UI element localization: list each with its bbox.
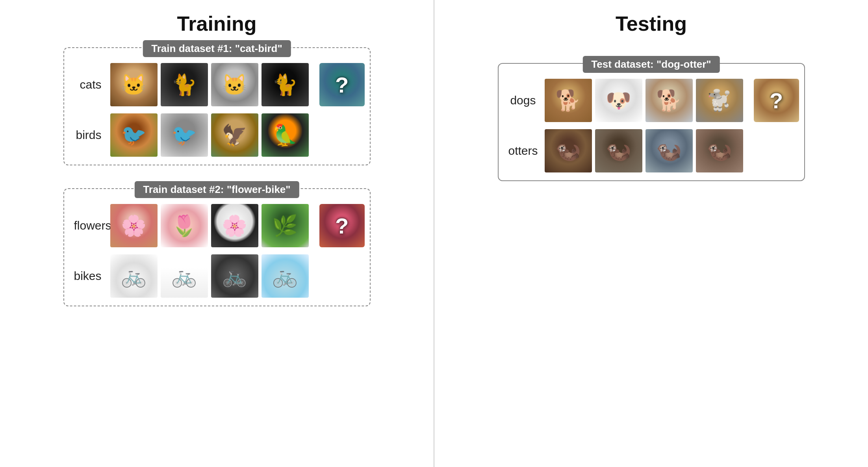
- bikes-images: 🚲 🚲 🚲 🚲: [110, 254, 309, 298]
- otter-silhouette-3: 🦦: [656, 139, 682, 163]
- birds-images: 🐦 🐦 🦅 🦜: [110, 113, 309, 157]
- bird-silhouette-2: 🐦: [171, 123, 197, 147]
- cats-query-image: ?: [319, 63, 365, 106]
- bike-image-1: 🚲: [110, 254, 158, 298]
- otter-image-1: 🦦: [545, 129, 592, 172]
- cat-image-4: 🐈: [262, 63, 309, 106]
- dog-image-2: 🐶: [595, 79, 642, 122]
- cats-query: ?: [319, 63, 365, 106]
- cat-silhouette-4: 🐈: [272, 73, 298, 97]
- bike-silhouette-1: 🚲: [121, 264, 147, 288]
- cat-silhouette-3: 🐱: [222, 73, 247, 97]
- cats-label: cats: [74, 78, 106, 91]
- otter-silhouette-1: 🦦: [555, 139, 581, 163]
- otters-row: otters 🦦 🦦 🦦 🦦: [508, 129, 794, 172]
- cat-silhouette-1: 🐱: [121, 73, 147, 97]
- otters-label: otters: [508, 144, 540, 158]
- dogs-query-mark: ?: [754, 79, 799, 122]
- dogs-row: dogs 🐕 🐶 🐕 🐩: [508, 79, 794, 122]
- dogs-query: ?: [754, 79, 799, 122]
- flowers-row: flowers 🌸 🌷 🌸 🌿: [74, 204, 360, 247]
- train-dataset-2: Train dataset #2: "flower-bike" flowers …: [63, 188, 371, 306]
- bike-silhouette-2: 🚲: [171, 264, 197, 288]
- dog-image-1: 🐕: [545, 79, 592, 122]
- flower-image-4: 🌿: [262, 204, 309, 247]
- cat-image-1: 🐱: [110, 63, 158, 106]
- train-dataset-2-label: Train dataset #2: "flower-bike": [134, 181, 299, 198]
- dogs-images: 🐕 🐶 🐕 🐩: [545, 79, 743, 122]
- testing-panel: Testing Test dataset: "dog-otter" dogs 🐕…: [434, 0, 868, 467]
- dogs-label: dogs: [508, 94, 540, 107]
- main-container: Training Train dataset #1: "cat-bird" ca…: [0, 0, 868, 467]
- flower-image-1: 🌸: [110, 204, 158, 247]
- training-panel: Training Train dataset #1: "cat-bird" ca…: [0, 0, 434, 467]
- bird-silhouette-3: 🦅: [222, 123, 247, 147]
- flower-image-3: 🌸: [211, 204, 258, 247]
- bird-silhouette-4: 🦜: [272, 123, 298, 147]
- birds-row: birds 🐦 🐦 🦅 🦜: [74, 113, 360, 157]
- bike-image-3: 🚲: [211, 254, 258, 298]
- training-datasets: Train dataset #1: "cat-bird" cats 🐱 🐈 🐱: [16, 47, 418, 318]
- otter-image-3: 🦦: [645, 129, 693, 172]
- flowers-label: flowers: [74, 219, 106, 232]
- flower-silhouette-1: 🌸: [121, 214, 147, 238]
- dog-silhouette-1: 🐕: [555, 89, 581, 113]
- dog-silhouette-4: 🐩: [707, 89, 732, 113]
- cats-query-mark: ?: [319, 63, 365, 106]
- test-dataset: Test dataset: "dog-otter" dogs 🐕 🐶 🐕: [498, 63, 805, 181]
- flowers-query-mark: ?: [319, 204, 365, 247]
- cats-images: 🐱 🐈 🐱 🐈: [110, 63, 309, 106]
- bird-image-2: 🐦: [161, 113, 208, 157]
- otter-image-2: 🦦: [595, 129, 642, 172]
- testing-title: Testing: [616, 12, 687, 35]
- dogs-query-image: ?: [754, 79, 799, 122]
- bike-image-2: 🚲: [161, 254, 208, 298]
- flowers-images: 🌸 🌷 🌸 🌿: [110, 204, 309, 247]
- otters-images: 🦦 🦦 🦦 🦦: [545, 129, 743, 172]
- test-dataset-label: Test dataset: "dog-otter": [582, 56, 720, 73]
- otter-silhouette-2: 🦦: [606, 139, 631, 163]
- testing-content: Test dataset: "dog-otter" dogs 🐕 🐶 🐕: [450, 51, 852, 181]
- flowers-query-image: ?: [319, 204, 365, 247]
- dog-silhouette-2: 🐶: [606, 89, 631, 113]
- dog-silhouette-3: 🐕: [656, 89, 682, 113]
- birds-label: birds: [74, 128, 106, 142]
- bike-image-4: 🚲: [262, 254, 309, 298]
- flower-silhouette-3: 🌸: [222, 214, 247, 238]
- bikes-label: bikes: [74, 269, 106, 283]
- flower-image-2: 🌷: [161, 204, 208, 247]
- bird-image-3: 🦅: [211, 113, 258, 157]
- training-title: Training: [177, 12, 256, 35]
- otter-image-4: 🦦: [696, 129, 743, 172]
- bird-silhouette-1: 🐦: [121, 123, 147, 147]
- train-dataset-1-label: Train dataset #1: "cat-bird": [143, 40, 291, 57]
- dog-image-4: 🐩: [696, 79, 743, 122]
- train-dataset-1: Train dataset #1: "cat-bird" cats 🐱 🐈 🐱: [63, 47, 371, 165]
- bird-image-4: 🦜: [262, 113, 309, 157]
- flowers-query: ?: [319, 204, 365, 247]
- flower-silhouette-2: 🌷: [171, 214, 197, 238]
- otter-silhouette-4: 🦦: [707, 139, 732, 163]
- cat-image-2: 🐈: [161, 63, 208, 106]
- bird-image-1: 🐦: [110, 113, 158, 157]
- cats-row: cats 🐱 🐈 🐱 🐈: [74, 63, 360, 106]
- dog-image-3: 🐕: [645, 79, 693, 122]
- bike-silhouette-4: 🚲: [272, 264, 298, 288]
- cat-silhouette-2: 🐈: [171, 73, 197, 97]
- bike-silhouette-3: 🚲: [222, 264, 247, 288]
- bikes-row: bikes 🚲 🚲 🚲 🚲: [74, 254, 360, 298]
- cat-image-3: 🐱: [211, 63, 258, 106]
- flower-silhouette-4: 🌿: [272, 214, 298, 238]
